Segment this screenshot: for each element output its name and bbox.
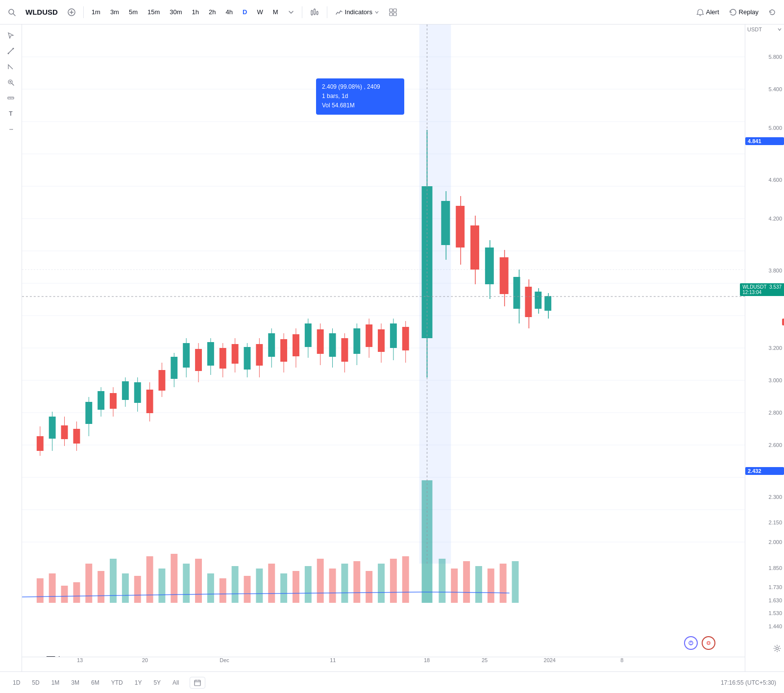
svg-rect-73 (353, 561, 360, 603)
svg-rect-145 (390, 323, 397, 348)
currency-label: USDT (747, 26, 782, 32)
svg-rect-175 (195, 680, 200, 686)
svg-line-18 (8, 49, 13, 53)
svg-rect-53 (110, 559, 117, 603)
replay-button[interactable]: Replay (725, 6, 762, 18)
svg-rect-15 (393, 9, 396, 12)
svg-rect-95 (85, 402, 92, 424)
svg-rect-139 (353, 328, 360, 354)
symbol-label[interactable]: WLDUSD (22, 6, 62, 18)
text-tool[interactable]: T (3, 107, 19, 121)
svg-rect-69 (305, 566, 312, 603)
svg-rect-105 (147, 390, 153, 413)
svg-rect-11 (317, 12, 318, 14)
layout-button[interactable] (385, 6, 401, 18)
indicators-button[interactable]: Indicators (331, 6, 383, 18)
search-icon[interactable] (4, 6, 20, 18)
svg-rect-111 (183, 343, 190, 368)
tf-M[interactable]: M (269, 6, 282, 18)
tf-4h[interactable]: 4h (222, 6, 237, 18)
svg-rect-147 (402, 327, 409, 350)
price-1530: 1.530 (768, 610, 782, 616)
svg-rect-99 (110, 393, 117, 409)
svg-rect-64 (244, 576, 251, 603)
svg-rect-123 (256, 344, 263, 366)
svg-point-174 (776, 647, 779, 650)
divider-3 (327, 6, 327, 18)
svg-rect-60 (195, 559, 202, 603)
period-1m[interactable]: 1M (47, 677, 65, 688)
tf-W[interactable]: W (253, 6, 267, 18)
price-3000: 3.000 (768, 377, 782, 383)
svg-point-19 (8, 53, 9, 54)
svg-rect-131 (305, 323, 312, 347)
svg-rect-72 (341, 564, 348, 603)
price-1440: 1.440 (768, 623, 782, 629)
undo-button[interactable] (764, 6, 780, 18)
period-6m[interactable]: 6M (86, 677, 104, 688)
period-1d[interactable]: 1D (8, 677, 25, 688)
tf-15m[interactable]: 15m (144, 6, 164, 18)
tf-D[interactable]: D (239, 6, 251, 18)
svg-rect-50 (73, 582, 80, 603)
indicator-icon-1[interactable] (684, 636, 698, 650)
svg-rect-101 (122, 381, 129, 400)
svg-rect-14 (390, 9, 392, 12)
tf-30m[interactable]: 30m (166, 6, 186, 18)
cursor-tool[interactable] (3, 28, 19, 42)
svg-rect-80 (451, 569, 458, 603)
period-ytd[interactable]: YTD (106, 677, 128, 688)
svg-rect-151 (441, 201, 450, 245)
period-all[interactable]: All (168, 677, 184, 688)
svg-rect-135 (329, 333, 336, 357)
tf-more-button[interactable] (284, 7, 298, 17)
time-label-8: 8 (620, 657, 623, 663)
add-symbol-button[interactable] (64, 6, 79, 18)
svg-rect-79 (439, 559, 445, 603)
date-range-button[interactable] (190, 677, 205, 689)
svg-rect-67 (280, 573, 287, 603)
more-tools-button[interactable]: ··· (3, 123, 19, 136)
period-3m[interactable]: 3M (66, 677, 84, 688)
time-axis: 13 20 Dec 11 18 25 2024 8 (22, 657, 745, 671)
svg-rect-89 (49, 417, 56, 439)
price-2000: 2.000 (768, 539, 782, 545)
svg-rect-159 (500, 257, 509, 294)
svg-rect-61 (207, 573, 214, 603)
svg-rect-68 (293, 571, 299, 603)
period-5y[interactable]: 5Y (148, 677, 166, 688)
svg-rect-48 (49, 573, 56, 603)
tf-5m[interactable]: 5m (125, 6, 142, 18)
chart-area[interactable]: 2.409 (99.08%) , 2409 1 bars, 1d Vol 54.… (22, 25, 745, 671)
ruler-tool[interactable] (3, 91, 19, 105)
svg-rect-70 (317, 559, 324, 603)
zoom-tool[interactable] (3, 75, 19, 89)
chart-type-button[interactable] (306, 6, 323, 19)
period-1y[interactable]: 1Y (130, 677, 147, 688)
price-2600: 2.600 (768, 442, 782, 448)
period-5d[interactable]: 5D (27, 677, 44, 688)
svg-rect-109 (171, 357, 177, 379)
trendline-tool[interactable] (3, 44, 19, 58)
price-badge-4841: 4.841 (745, 137, 784, 145)
alert-button[interactable]: Alert (692, 6, 723, 18)
chart-settings-button[interactable] (773, 644, 781, 654)
bottom-toolbar: 1D 5D 1M 3M 6M YTD 1Y 5Y All 17:16:55 (U… (0, 671, 784, 693)
svg-rect-74 (366, 571, 372, 603)
svg-rect-75 (378, 564, 385, 603)
svg-rect-103 (134, 382, 141, 403)
svg-rect-82 (475, 566, 482, 603)
tf-2h[interactable]: 2h (205, 6, 220, 18)
svg-rect-125 (268, 333, 275, 357)
chart-wrapper: T ··· (0, 25, 784, 671)
angle-tool[interactable] (3, 60, 19, 74)
indicator-icon-2[interactable] (702, 636, 715, 650)
divider-1 (83, 6, 84, 18)
price-5800: 5.800 (768, 54, 782, 60)
svg-rect-107 (158, 370, 165, 391)
tf-1h[interactable]: 1h (188, 6, 203, 18)
price-3800: 3.800 (768, 268, 782, 273)
svg-rect-117 (220, 348, 226, 369)
tf-1m[interactable]: 1m (88, 6, 104, 18)
tf-3m[interactable]: 3m (106, 6, 123, 18)
